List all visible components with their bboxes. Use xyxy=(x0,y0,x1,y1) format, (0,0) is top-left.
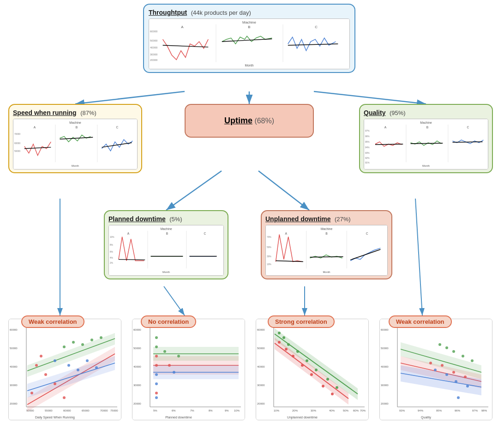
uptime-node: Uptime (68%) xyxy=(185,104,314,138)
svg-point-226 xyxy=(452,371,455,374)
svg-point-182 xyxy=(278,332,281,334)
corr-badge-1: Weak correlation xyxy=(21,315,84,328)
svg-text:94%: 94% xyxy=(418,409,424,412)
svg-text:20000: 20000 xyxy=(10,402,18,405)
svg-line-3 xyxy=(314,91,426,104)
svg-text:40000: 40000 xyxy=(150,46,158,49)
svg-text:A: A xyxy=(127,232,130,235)
svg-text:50%: 50% xyxy=(343,409,349,412)
svg-text:Month: Month xyxy=(245,64,253,67)
svg-point-125 xyxy=(86,359,89,362)
throughput-subtitle: (44k products per day) xyxy=(191,9,251,16)
throughput-chart: Machine A B C 60000 50000 40000 30000 20… xyxy=(149,18,350,69)
svg-point-224 xyxy=(429,362,432,364)
svg-point-123 xyxy=(67,364,70,367)
svg-text:Machine: Machine xyxy=(321,227,333,230)
svg-text:Machine: Machine xyxy=(160,227,172,230)
svg-point-115 xyxy=(30,392,33,394)
svg-line-9 xyxy=(415,199,422,315)
svg-point-118 xyxy=(81,343,84,346)
svg-text:Quality: Quality xyxy=(421,416,431,419)
svg-text:50000: 50000 xyxy=(381,347,389,350)
svg-point-159 xyxy=(173,371,175,374)
svg-text:Month: Month xyxy=(323,271,330,273)
svg-text:60000: 60000 xyxy=(381,328,389,331)
svg-line-71 xyxy=(119,260,145,260)
svg-text:30000: 30000 xyxy=(133,384,141,387)
svg-text:C: C xyxy=(366,232,368,235)
svg-point-222 xyxy=(462,355,464,357)
svg-text:B: B xyxy=(76,126,78,129)
svg-point-126 xyxy=(95,366,98,369)
planned-title: Planned downtime xyxy=(108,215,166,223)
svg-text:Daily Speed When Running: Daily Speed When Running xyxy=(35,416,75,419)
scatter-4: 60000 50000 40000 30000 20000 93% 94% 95… xyxy=(379,319,492,420)
svg-text:93%: 93% xyxy=(365,152,370,154)
svg-text:2%: 2% xyxy=(110,262,114,264)
svg-text:60000: 60000 xyxy=(150,30,158,33)
svg-text:70%: 70% xyxy=(267,236,271,238)
svg-text:C: C xyxy=(467,126,469,129)
svg-text:30000: 30000 xyxy=(257,384,265,387)
svg-text:96%: 96% xyxy=(365,135,370,138)
svg-point-155 xyxy=(155,392,158,394)
svg-point-190 xyxy=(278,341,281,344)
svg-point-111 xyxy=(35,364,38,367)
svg-text:30000: 30000 xyxy=(10,384,18,387)
corr-label-2: No correlation xyxy=(148,318,189,325)
svg-text:98%: 98% xyxy=(481,409,487,412)
unplanned-title: Unplanned downtime xyxy=(265,215,331,223)
svg-point-230 xyxy=(455,380,457,383)
svg-line-87 xyxy=(310,257,343,257)
quality-node: Quality (95%) Machine A B C 97% 96% 95% … xyxy=(359,104,493,173)
svg-text:50000: 50000 xyxy=(14,150,21,152)
svg-line-56 xyxy=(411,143,443,144)
svg-text:70000: 70000 xyxy=(14,133,21,135)
svg-point-124 xyxy=(77,369,79,371)
svg-text:Month: Month xyxy=(72,164,79,167)
speed-title: Speed when running xyxy=(13,109,77,116)
svg-text:95%: 95% xyxy=(436,409,442,412)
svg-point-151 xyxy=(155,355,158,357)
svg-line-7 xyxy=(164,286,185,315)
svg-point-121 xyxy=(100,336,102,339)
svg-point-153 xyxy=(155,373,158,376)
uptime-subtitle: (68%) xyxy=(254,117,274,125)
svg-text:B: B xyxy=(426,126,429,129)
svg-point-191 xyxy=(285,348,288,351)
unplanned-subtitle: (27%) xyxy=(335,216,351,223)
svg-text:50000: 50000 xyxy=(150,39,158,42)
svg-text:70%: 70% xyxy=(360,409,366,412)
svg-line-55 xyxy=(375,144,403,145)
scatter-2: 60000 50000 40000 30000 20000 5% 6% 7% 8… xyxy=(132,319,245,420)
corr-badge-3: Strong correlation xyxy=(268,315,335,328)
svg-text:7%: 7% xyxy=(190,409,194,412)
planned-subtitle: (5%) xyxy=(169,216,182,223)
speed-node: Speed when running (87%) Machine A B C 7… xyxy=(8,104,142,173)
svg-line-5 xyxy=(258,171,309,210)
svg-point-185 xyxy=(296,350,299,353)
svg-point-156 xyxy=(155,396,158,399)
svg-text:A: A xyxy=(181,25,184,29)
svg-text:10%: 10% xyxy=(110,236,114,238)
throughput-title: Throughtput xyxy=(149,9,187,16)
svg-point-227 xyxy=(464,375,467,378)
svg-text:60000: 60000 xyxy=(10,328,18,331)
svg-point-120 xyxy=(63,345,66,348)
svg-text:30%: 30% xyxy=(311,409,317,412)
svg-point-112 xyxy=(44,373,47,376)
svg-text:60000: 60000 xyxy=(63,409,71,412)
svg-line-1 xyxy=(75,91,185,104)
svg-text:95%: 95% xyxy=(365,141,370,143)
svg-point-187 xyxy=(315,369,318,371)
svg-text:50000: 50000 xyxy=(10,347,18,350)
svg-text:20000: 20000 xyxy=(133,402,141,405)
svg-point-231 xyxy=(466,385,469,388)
svg-point-228 xyxy=(434,369,437,371)
corr-badge-4: Weak correlation xyxy=(389,315,452,328)
unplanned-chart: Machine A B C 70% 50% 30% 10% Month xyxy=(265,225,388,276)
svg-text:60000: 60000 xyxy=(257,328,265,331)
svg-text:20%: 20% xyxy=(292,409,298,412)
svg-text:20000: 20000 xyxy=(381,402,389,405)
svg-text:97%: 97% xyxy=(472,409,478,412)
